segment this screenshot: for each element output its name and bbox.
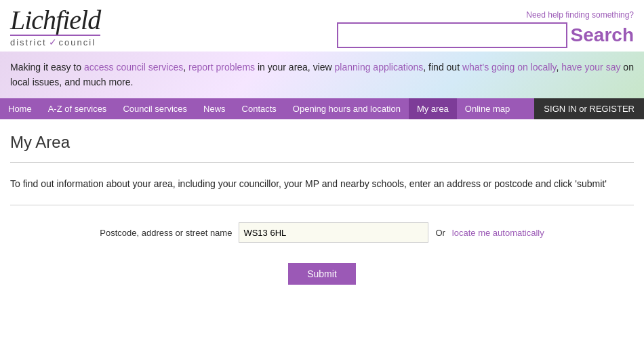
main-content: My Area To find out information about yo… (0, 119, 644, 298)
submit-button[interactable]: Submit (288, 263, 356, 285)
logo-council-text: council (59, 38, 96, 47)
locate-me-link[interactable]: locate me automatically (452, 228, 544, 238)
or-text: Or (435, 228, 445, 238)
have-your-say-link[interactable]: have your say (561, 62, 620, 73)
address-row: Postcode, address or street name Or loca… (100, 222, 544, 243)
report-problems-link[interactable]: report problems (188, 62, 255, 73)
nav-contacts[interactable]: Contacts (234, 98, 285, 119)
logo-checkmark-icon: ✓ (49, 37, 57, 47)
banner-sep1: , (183, 62, 188, 73)
banner-text: Making it easy to (10, 62, 84, 73)
whats-going-on-link[interactable]: what's going on locally (462, 62, 557, 73)
planning-applications-link[interactable]: planning applications (335, 62, 424, 73)
logo[interactable]: Lichfield district ✓ council (10, 7, 100, 47)
page-title: My Area (10, 133, 634, 152)
logo-district-text: district (10, 38, 47, 47)
search-row: Search (337, 22, 634, 48)
address-label: Postcode, address or street name (100, 228, 232, 238)
search-input[interactable] (337, 22, 567, 48)
banner: Making it easy to access council service… (0, 52, 644, 98)
navigation: Home A-Z of services Council services Ne… (0, 98, 644, 119)
search-button[interactable]: Search (571, 24, 634, 46)
logo-lichfield-text: Lichfield (10, 7, 100, 34)
address-input[interactable] (239, 222, 428, 243)
title-divider (10, 162, 634, 163)
nav-home[interactable]: Home (0, 98, 40, 119)
address-form: Postcode, address or street name Or loca… (10, 222, 634, 285)
nav-council-services[interactable]: Council services (115, 98, 195, 119)
nav-news[interactable]: News (195, 98, 234, 119)
nav-a-z[interactable]: A-Z of services (40, 98, 115, 119)
help-text: Need help finding something? (526, 10, 634, 20)
nav-my-area[interactable]: My area (409, 98, 457, 119)
banner-text3: , find out (423, 62, 462, 73)
logo-tagline: district ✓ council (10, 35, 100, 47)
header: Lichfield district ✓ council Need help f… (0, 0, 644, 52)
banner-text2: in your area, view (255, 62, 335, 73)
access-council-link[interactable]: access council services (84, 62, 183, 73)
sign-in-button[interactable]: SIGN IN or REGISTER (534, 98, 644, 119)
nav-online-map[interactable]: Online map (457, 98, 518, 119)
search-area: Need help finding something? Search (337, 10, 634, 48)
nav-opening-hours[interactable]: Opening hours and location (285, 98, 409, 119)
intro-text: To find out information about your area,… (10, 176, 634, 191)
form-divider (10, 205, 634, 205)
